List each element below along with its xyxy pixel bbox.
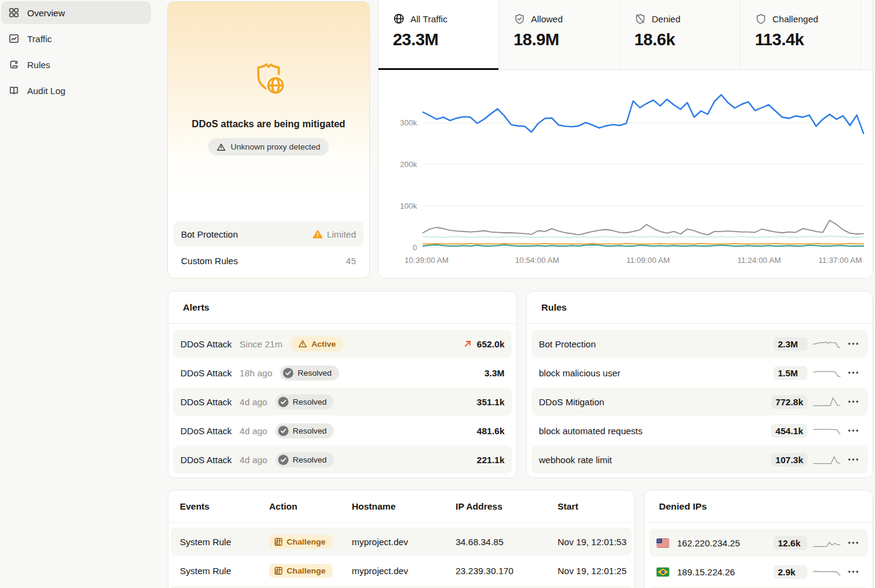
- denied-ip-menu-button[interactable]: [846, 536, 861, 550]
- rules-list: Bot Protection2.3Mblock malicious user1.…: [527, 324, 873, 478]
- alert-value-text: 481.6k: [477, 426, 504, 436]
- denied-ip-row[interactable]: 162.220.234.2512.6k: [649, 529, 868, 557]
- sidebar-item-overview[interactable]: Overview: [1, 1, 151, 24]
- denied-ip-menu-button[interactable]: [846, 564, 861, 579]
- svg-text:11:09:00 AM: 11:09:00 AM: [626, 256, 670, 265]
- rules-title: Rules: [527, 291, 873, 324]
- check-circle-icon: [278, 425, 289, 437]
- arrow-up-right-icon: [463, 339, 472, 349]
- alert-name: DDoS Attack: [180, 368, 232, 378]
- rule-sparkline: [812, 425, 841, 437]
- alert-value: 221.1k: [477, 455, 504, 465]
- warning-icon: [217, 143, 226, 151]
- proxy-warning-badge: Unknown proxy detected: [208, 138, 329, 156]
- rule-row[interactable]: Bot Protection2.3M: [532, 330, 868, 358]
- rule-name: DDoS Mitigation: [539, 397, 604, 407]
- rule-metrics: 772.8k: [771, 394, 861, 409]
- alert-row[interactable]: DDoS Attack4d agoResolved221.1k: [173, 446, 512, 473]
- tab-allowed[interactable]: Allowed18.9M: [499, 0, 620, 69]
- rule-menu-button[interactable]: [846, 337, 861, 351]
- event-source: System Rule: [180, 537, 269, 547]
- alert-value: 652.0k: [463, 339, 504, 349]
- rule-row[interactable]: webhook rate limit107.3k: [532, 446, 868, 473]
- event-ip: 23.239.30.170: [456, 566, 558, 576]
- alert-row[interactable]: DDoS Attack18h agoResolved3.3M: [173, 359, 512, 387]
- tab-header: Denied: [634, 13, 725, 25]
- alert-status-badge: Resolved: [275, 423, 334, 438]
- rule-name: block automated requests: [539, 426, 643, 436]
- rule-menu-button[interactable]: [846, 423, 861, 438]
- tab-header: Allowed: [514, 13, 605, 25]
- denied-ips-list: 162.220.234.2512.6k189.15.224.262.9k: [644, 523, 873, 588]
- alert-row[interactable]: DDoS Attack4d agoResolved481.6k: [173, 417, 512, 444]
- rule-name: Bot Protection: [539, 339, 596, 349]
- shield-slash-icon: [634, 13, 646, 25]
- alert-status-label: Active: [311, 340, 336, 349]
- rule-sparkline: [812, 338, 841, 350]
- proxy-warning-label: Unknown proxy detected: [231, 142, 320, 151]
- rule-row[interactable]: DDoS Mitigation772.8k: [532, 388, 868, 416]
- tab-label: Challenged: [772, 14, 818, 24]
- tab-partial: [861, 0, 873, 69]
- status-row-label: Bot Protection: [181, 229, 238, 239]
- alert-status-label: Resolved: [293, 397, 326, 406]
- challenge-label: Challenge: [287, 537, 326, 546]
- sidebar-item-rules[interactable]: Rules: [1, 53, 151, 76]
- alert-row[interactable]: DDoS AttackSince 21mActive652.0k: [173, 330, 512, 358]
- sidebar-item-audit-log[interactable]: Audit Log: [1, 79, 151, 102]
- rule-row[interactable]: block malicious user1.5M: [532, 359, 868, 387]
- tab-denied[interactable]: Denied18.6k: [620, 0, 740, 69]
- tab-value: 18.6k: [634, 30, 725, 49]
- check-circle-icon: [282, 367, 294, 379]
- column-header-action: Action: [269, 501, 352, 511]
- alert-time: 4d ago: [240, 426, 267, 436]
- event-row[interactable]: System RuleChallengemyproject.dev23.239.…: [171, 557, 632, 584]
- event-row-partial: [171, 586, 632, 588]
- denied-ip-metrics: 2.9k: [774, 564, 861, 579]
- tab-label: All Traffic: [410, 14, 447, 24]
- rule-menu-button[interactable]: [846, 365, 861, 380]
- denied-ip-count: 12.6k: [774, 536, 807, 550]
- rule-hit-count: 772.8k: [771, 395, 807, 409]
- challenge-label: Challenge: [287, 566, 326, 575]
- rule-row[interactable]: block automated requests454.1k: [532, 417, 868, 444]
- tab-all-traffic[interactable]: All Traffic23.3M: [378, 0, 499, 69]
- sidebar-item-label: Audit Log: [27, 86, 65, 96]
- rule-menu-button[interactable]: [846, 452, 861, 467]
- alert-status-badge: Resolved: [280, 365, 339, 381]
- event-action-cell: Challenge: [269, 535, 352, 549]
- alert-value: 481.6k: [477, 426, 504, 436]
- denied-ip-row[interactable]: 189.15.224.262.9k: [649, 558, 868, 586]
- book-icon: [8, 85, 19, 96]
- event-row[interactable]: System RuleChallengemyproject.dev34.68.3…: [171, 528, 632, 555]
- traffic-tabs: All Traffic23.3MAllowed18.9MDenied18.6kC…: [378, 0, 873, 70]
- alert-value-text: 221.1k: [477, 455, 504, 465]
- sidebar-item-traffic[interactable]: Traffic: [1, 27, 151, 50]
- rule-metrics: 1.5M: [774, 365, 861, 380]
- alert-time: Since 21m: [240, 339, 282, 349]
- denied-ip-address: 162.220.234.25: [677, 538, 740, 548]
- status-row-label: Custom Rules: [181, 256, 238, 266]
- column-header-start: Start: [558, 501, 634, 511]
- sidebar-item-label: Traffic: [27, 34, 52, 44]
- column-header-events: Events: [180, 501, 269, 511]
- rule-hit-count: 1.5M: [774, 366, 807, 380]
- status-row-value: 45: [346, 256, 356, 266]
- alert-value: 351.1k: [477, 397, 504, 407]
- svg-text:10:39:00 AM: 10:39:00 AM: [404, 256, 448, 265]
- alert-row[interactable]: DDoS Attack4d agoResolved351.1k: [173, 388, 512, 416]
- svg-text:300k: 300k: [400, 118, 418, 127]
- warning-filled-icon: [313, 230, 323, 239]
- denied-ip-sparkline: [812, 566, 841, 578]
- event-hostname: myproject.dev: [352, 566, 456, 576]
- tab-challenged[interactable]: Challenged113.4k: [740, 0, 861, 69]
- rule-name: webhook rate limit: [539, 455, 612, 465]
- grid-icon: [8, 7, 19, 18]
- protection-status-card: DDoS attacks are being mitigated Unknown…: [167, 1, 370, 279]
- alert-value-text: 3.3M: [485, 368, 504, 378]
- events-panel: EventsActionHostnameIP AddressStart Syst…: [168, 490, 635, 588]
- rule-metrics: 454.1k: [771, 423, 861, 438]
- rule-menu-button[interactable]: [846, 394, 861, 409]
- svg-text:100k: 100k: [400, 201, 418, 210]
- events-table-header: EventsActionHostnameIP AddressStart: [168, 490, 634, 523]
